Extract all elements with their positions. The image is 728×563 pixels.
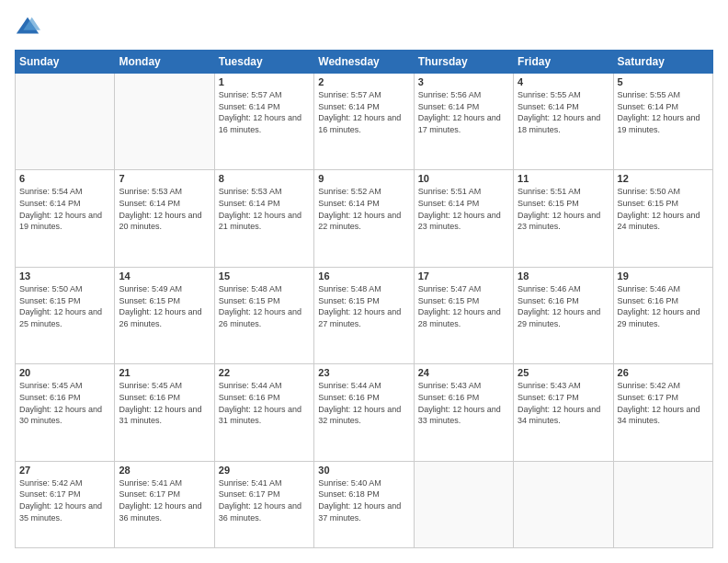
day-info: Sunrise: 5:45 AM Sunset: 6:16 PM Dayligh… [119,380,210,426]
day-info: Sunrise: 5:56 AM Sunset: 6:14 PM Dayligh… [418,89,509,135]
weekday-header-saturday: Saturday [613,51,712,74]
day-info: Sunrise: 5:44 AM Sunset: 6:16 PM Dayligh… [318,380,409,426]
weekday-header-wednesday: Wednesday [314,51,414,74]
calendar-cell: 28Sunrise: 5:41 AM Sunset: 6:17 PM Dayli… [115,461,214,547]
day-info: Sunrise: 5:46 AM Sunset: 6:16 PM Dayligh… [518,283,609,329]
logo-icon [15,15,40,40]
day-info: Sunrise: 5:48 AM Sunset: 6:15 PM Dayligh… [219,283,310,329]
day-number: 1 [219,76,310,87]
calendar-cell: 4Sunrise: 5:55 AM Sunset: 6:14 PM Daylig… [514,74,613,170]
day-number: 21 [119,367,210,378]
calendar-cell: 25Sunrise: 5:43 AM Sunset: 6:17 PM Dayli… [514,364,613,461]
calendar-cell: 13Sunrise: 5:50 AM Sunset: 6:15 PM Dayli… [16,267,115,363]
day-number: 15 [219,270,310,282]
day-info: Sunrise: 5:41 AM Sunset: 6:17 PM Dayligh… [219,477,310,523]
calendar-cell: 3Sunrise: 5:56 AM Sunset: 6:14 PM Daylig… [414,74,513,170]
calendar-cell: 14Sunrise: 5:49 AM Sunset: 6:15 PM Dayli… [115,267,214,363]
calendar-cell: 11Sunrise: 5:51 AM Sunset: 6:15 PM Dayli… [514,170,613,267]
calendar-cell: 10Sunrise: 5:51 AM Sunset: 6:14 PM Dayli… [414,170,513,267]
day-number: 23 [318,367,409,378]
weekday-header-friday: Friday [514,51,613,74]
calendar-week-row: 20Sunrise: 5:45 AM Sunset: 6:16 PM Dayli… [16,364,713,461]
day-number: 29 [219,465,310,476]
weekday-header-monday: Monday [115,51,214,74]
day-info: Sunrise: 5:42 AM Sunset: 6:17 PM Dayligh… [19,477,110,523]
weekday-header-thursday: Thursday [414,51,513,74]
calendar-cell: 27Sunrise: 5:42 AM Sunset: 6:17 PM Dayli… [16,461,115,547]
day-number: 7 [119,173,210,184]
day-info: Sunrise: 5:50 AM Sunset: 6:15 PM Dayligh… [618,186,709,232]
day-number: 26 [618,367,709,378]
calendar-cell [613,461,712,547]
day-number: 25 [518,367,609,378]
calendar-week-row: 13Sunrise: 5:50 AM Sunset: 6:15 PM Dayli… [16,267,713,363]
weekday-header-row: SundayMondayTuesdayWednesdayThursdayFrid… [16,51,713,74]
calendar-cell: 26Sunrise: 5:42 AM Sunset: 6:17 PM Dayli… [613,364,712,461]
calendar-cell: 20Sunrise: 5:45 AM Sunset: 6:16 PM Dayli… [16,364,115,461]
calendar-cell: 18Sunrise: 5:46 AM Sunset: 6:16 PM Dayli… [514,267,613,363]
calendar-cell: 24Sunrise: 5:43 AM Sunset: 6:16 PM Dayli… [414,364,513,461]
day-number: 6 [19,173,110,184]
calendar-cell: 6Sunrise: 5:54 AM Sunset: 6:14 PM Daylig… [16,170,115,267]
day-info: Sunrise: 5:55 AM Sunset: 6:14 PM Dayligh… [618,89,709,135]
day-info: Sunrise: 5:53 AM Sunset: 6:14 PM Dayligh… [219,186,310,232]
page: SundayMondayTuesdayWednesdayThursdayFrid… [0,0,728,563]
calendar-week-row: 27Sunrise: 5:42 AM Sunset: 6:17 PM Dayli… [16,461,713,547]
calendar-week-row: 1Sunrise: 5:57 AM Sunset: 6:14 PM Daylig… [16,74,713,170]
calendar-cell: 2Sunrise: 5:57 AM Sunset: 6:14 PM Daylig… [314,74,414,170]
day-number: 5 [618,76,709,87]
day-number: 30 [318,465,409,476]
calendar-table: SundayMondayTuesdayWednesdayThursdayFrid… [15,50,713,548]
calendar-cell: 8Sunrise: 5:53 AM Sunset: 6:14 PM Daylig… [214,170,313,267]
day-number: 16 [318,270,409,282]
calendar-cell: 16Sunrise: 5:48 AM Sunset: 6:15 PM Dayli… [314,267,414,363]
day-number: 19 [618,270,709,282]
day-number: 17 [418,270,509,282]
day-info: Sunrise: 5:45 AM Sunset: 6:16 PM Dayligh… [19,380,110,426]
calendar-cell [514,461,613,547]
calendar-cell: 23Sunrise: 5:44 AM Sunset: 6:16 PM Dayli… [314,364,414,461]
day-info: Sunrise: 5:48 AM Sunset: 6:15 PM Dayligh… [318,283,409,329]
day-info: Sunrise: 5:52 AM Sunset: 6:14 PM Dayligh… [318,186,409,232]
day-info: Sunrise: 5:41 AM Sunset: 6:17 PM Dayligh… [119,477,210,523]
day-number: 11 [518,173,609,184]
day-info: Sunrise: 5:54 AM Sunset: 6:14 PM Dayligh… [19,186,110,232]
day-number: 12 [618,173,709,184]
day-info: Sunrise: 5:51 AM Sunset: 6:14 PM Dayligh… [418,186,509,232]
logo [15,15,42,40]
day-info: Sunrise: 5:50 AM Sunset: 6:15 PM Dayligh… [19,283,110,329]
header [15,15,713,40]
calendar-cell: 15Sunrise: 5:48 AM Sunset: 6:15 PM Dayli… [214,267,313,363]
calendar-cell [16,74,115,170]
day-number: 4 [518,76,609,87]
day-number: 27 [19,465,110,476]
day-info: Sunrise: 5:51 AM Sunset: 6:15 PM Dayligh… [518,186,609,232]
day-info: Sunrise: 5:43 AM Sunset: 6:16 PM Dayligh… [418,380,509,426]
day-info: Sunrise: 5:44 AM Sunset: 6:16 PM Dayligh… [219,380,310,426]
calendar-cell: 19Sunrise: 5:46 AM Sunset: 6:16 PM Dayli… [613,267,712,363]
weekday-header-sunday: Sunday [16,51,115,74]
day-info: Sunrise: 5:40 AM Sunset: 6:18 PM Dayligh… [318,477,409,523]
day-number: 8 [219,173,310,184]
day-info: Sunrise: 5:55 AM Sunset: 6:14 PM Dayligh… [518,89,609,135]
calendar-cell: 12Sunrise: 5:50 AM Sunset: 6:15 PM Dayli… [613,170,712,267]
day-number: 20 [19,367,110,378]
calendar-cell: 30Sunrise: 5:40 AM Sunset: 6:18 PM Dayli… [314,461,414,547]
calendar-cell [115,74,214,170]
day-number: 28 [119,465,210,476]
calendar-cell: 5Sunrise: 5:55 AM Sunset: 6:14 PM Daylig… [613,74,712,170]
calendar-cell: 22Sunrise: 5:44 AM Sunset: 6:16 PM Dayli… [214,364,313,461]
day-info: Sunrise: 5:53 AM Sunset: 6:14 PM Dayligh… [119,186,210,232]
day-number: 24 [418,367,509,378]
calendar-cell: 21Sunrise: 5:45 AM Sunset: 6:16 PM Dayli… [115,364,214,461]
calendar-cell: 7Sunrise: 5:53 AM Sunset: 6:14 PM Daylig… [115,170,214,267]
calendar-cell: 29Sunrise: 5:41 AM Sunset: 6:17 PM Dayli… [214,461,313,547]
weekday-header-tuesday: Tuesday [214,51,313,74]
day-info: Sunrise: 5:57 AM Sunset: 6:14 PM Dayligh… [318,89,409,135]
day-number: 22 [219,367,310,378]
day-info: Sunrise: 5:43 AM Sunset: 6:17 PM Dayligh… [518,380,609,426]
day-info: Sunrise: 5:42 AM Sunset: 6:17 PM Dayligh… [618,380,709,426]
day-info: Sunrise: 5:46 AM Sunset: 6:16 PM Dayligh… [618,283,709,329]
day-info: Sunrise: 5:57 AM Sunset: 6:14 PM Dayligh… [219,89,310,135]
day-info: Sunrise: 5:47 AM Sunset: 6:15 PM Dayligh… [418,283,509,329]
